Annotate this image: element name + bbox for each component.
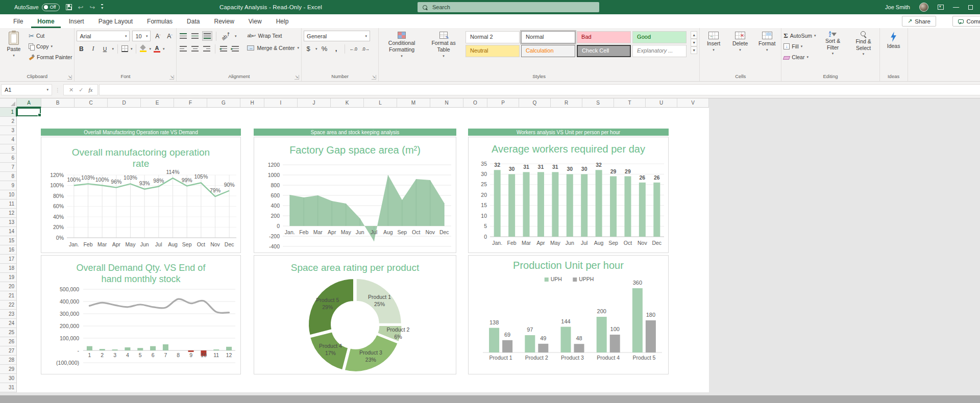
- insert-cells-button[interactable]: ← Insert ▾: [702, 30, 725, 54]
- user-name[interactable]: Joe Smith: [885, 4, 910, 10]
- tab-insert[interactable]: Insert: [63, 14, 90, 28]
- autosave-toggle[interactable]: AutoSave Off: [14, 4, 60, 11]
- merge-center-button[interactable]: ↔Merge & Center▾: [247, 43, 299, 53]
- banner-operation-rate[interactable]: Overlall Manufactoring Operation rate VS…: [41, 129, 241, 136]
- user-avatar[interactable]: [919, 3, 928, 12]
- row-header-20[interactable]: 20: [0, 282, 17, 291]
- tab-help[interactable]: Help: [270, 14, 295, 28]
- name-box[interactable]: A1▾: [1, 84, 52, 95]
- row-header-26[interactable]: 26: [0, 337, 17, 346]
- search-box[interactable]: [418, 2, 599, 12]
- ribbon-display-options-button[interactable]: [938, 5, 944, 10]
- row-header-30[interactable]: 30: [0, 374, 17, 383]
- row-header-24[interactable]: 24: [0, 319, 17, 328]
- row-header-4[interactable]: 4: [0, 135, 17, 144]
- bold-button[interactable]: B: [77, 44, 86, 54]
- grow-font-button[interactable]: Aˆ: [153, 31, 162, 41]
- column-header-k[interactable]: K: [331, 98, 364, 108]
- column-header-h[interactable]: H: [240, 98, 264, 108]
- accounting-format-button[interactable]: $: [304, 44, 313, 54]
- chart-production-uph[interactable]: Production Unit per hourUPHUPPH13869Prod…: [468, 255, 669, 374]
- shrink-font-button[interactable]: Aˇ: [165, 31, 174, 41]
- clear-button[interactable]: Clear▾: [783, 53, 816, 62]
- column-header-f[interactable]: F: [174, 98, 207, 108]
- cell-style-bad[interactable]: Bad: [577, 31, 631, 43]
- row-header-9[interactable]: 9: [0, 181, 17, 190]
- column-header-s[interactable]: S: [582, 98, 614, 108]
- copy-button[interactable]: Copy▾: [29, 42, 72, 51]
- row-header-5[interactable]: 5: [0, 144, 17, 154]
- comments-button[interactable]: Comments: [952, 16, 980, 27]
- font-name-select[interactable]: Arial▾: [77, 31, 130, 41]
- align-center-button[interactable]: [190, 44, 200, 54]
- font-dialog-launcher[interactable]: ↘: [169, 75, 174, 80]
- alignment-dialog-launcher[interactable]: ↘: [295, 75, 299, 80]
- column-header-q[interactable]: Q: [519, 98, 551, 108]
- autosum-button[interactable]: ΣAutoSum▾: [783, 31, 816, 40]
- row-header-19[interactable]: 19: [0, 273, 17, 282]
- column-header-l[interactable]: L: [364, 98, 397, 108]
- cell-style-normal2[interactable]: Normal 2: [465, 31, 520, 43]
- save-icon[interactable]: [66, 4, 72, 10]
- find-select-button[interactable]: Find & Select ▾: [850, 30, 877, 58]
- chart-demand-vs-stock[interactable]: Overall Demand Qty. VS End ofhand monthl…: [41, 255, 241, 374]
- wrap-text-button[interactable]: ab↩Wrap Text: [247, 31, 299, 40]
- format-cells-button[interactable]: Format ▾: [755, 30, 779, 54]
- insert-function-icon[interactable]: fx: [88, 87, 92, 93]
- customize-qat-icon[interactable]: ▾: [101, 4, 103, 10]
- column-header-u[interactable]: U: [646, 98, 677, 108]
- column-header-t[interactable]: T: [614, 98, 646, 108]
- chart-factory-gap-area[interactable]: Factory Gap space area (m²)-400-20002004…: [254, 137, 456, 253]
- percent-style-button[interactable]: %: [320, 44, 329, 54]
- confirm-entry-icon[interactable]: ✓: [79, 87, 83, 93]
- align-bottom-button[interactable]: [202, 31, 212, 41]
- search-input[interactable]: [431, 4, 594, 11]
- number-format-select[interactable]: General▾: [304, 31, 370, 41]
- row-header-10[interactable]: 10: [0, 190, 17, 199]
- column-header-m[interactable]: M: [397, 98, 430, 108]
- column-header-b[interactable]: B: [41, 98, 75, 108]
- styles-scroll-up-icon[interactable]: ▲: [691, 31, 697, 39]
- row-header-18[interactable]: 18: [0, 264, 17, 273]
- row-header-3[interactable]: 3: [0, 126, 17, 135]
- column-header-n[interactable]: N: [430, 98, 463, 108]
- align-top-button[interactable]: [179, 31, 188, 41]
- row-header-1[interactable]: 1: [0, 108, 17, 117]
- share-button[interactable]: ↗Share: [902, 16, 936, 27]
- column-header-j[interactable]: J: [298, 98, 331, 108]
- align-right-button[interactable]: [202, 44, 211, 54]
- tab-view[interactable]: View: [242, 14, 268, 28]
- increase-indent-button[interactable]: [231, 44, 240, 54]
- column-header-r[interactable]: R: [551, 98, 582, 108]
- styles-scroll-down-icon[interactable]: ▼: [691, 39, 697, 46]
- italic-button[interactable]: I: [88, 44, 97, 54]
- cell-style-check[interactable]: Check Cell: [577, 45, 631, 57]
- decrease-decimal-button[interactable]: .0→: [361, 44, 371, 54]
- row-header-21[interactable]: 21: [0, 291, 17, 300]
- cell-style-explanatory[interactable]: Explanatory ...: [632, 45, 687, 57]
- cut-button[interactable]: ✂Cut: [29, 31, 72, 40]
- row-header-25[interactable]: 25: [0, 328, 17, 337]
- minimize-button[interactable]: —: [953, 4, 959, 10]
- row-header-22[interactable]: 22: [0, 300, 17, 310]
- undo-icon[interactable]: ↩: [78, 4, 84, 11]
- align-left-button[interactable]: [179, 44, 188, 54]
- cell-style-normal[interactable]: Normal: [521, 31, 575, 43]
- restore-button[interactable]: [968, 5, 973, 10]
- tab-formulas[interactable]: Formulas: [141, 14, 179, 28]
- row-header-13[interactable]: 13: [0, 218, 17, 227]
- increase-decimal-button[interactable]: ←.0: [349, 44, 358, 54]
- row-header-14[interactable]: 14: [0, 227, 17, 236]
- tab-review[interactable]: Review: [208, 14, 240, 28]
- tab-page-layout[interactable]: Page Layout: [92, 14, 139, 28]
- column-header-i[interactable]: I: [264, 98, 298, 108]
- conditional-formatting-button[interactable]: Conditional Formatting ▾: [381, 30, 423, 60]
- delete-cells-button[interactable]: ✕ Delete ▾: [728, 30, 752, 54]
- row-header-11[interactable]: 11: [0, 199, 17, 209]
- format-as-table-button[interactable]: Format as Table ▾: [426, 30, 461, 60]
- row-header-6[interactable]: 6: [0, 154, 17, 163]
- align-middle-button[interactable]: [190, 31, 200, 41]
- fill-color-icon[interactable]: [140, 45, 146, 52]
- paste-button[interactable]: Paste ▾: [2, 30, 26, 60]
- column-header-e[interactable]: E: [141, 98, 174, 108]
